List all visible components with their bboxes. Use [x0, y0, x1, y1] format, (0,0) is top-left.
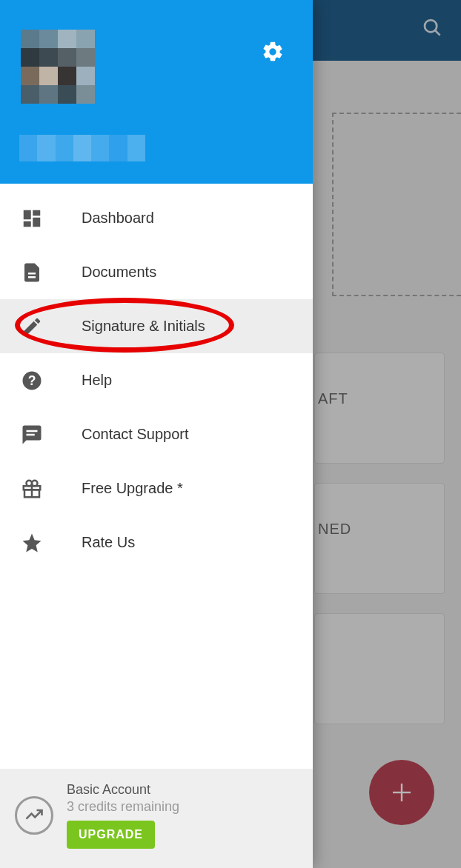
- account-type-label: Basic Account: [67, 782, 298, 798]
- nav-item-label: Contact Support: [82, 426, 189, 443]
- nav-item-label: Rate Us: [82, 534, 135, 551]
- pencil-icon: [21, 316, 82, 338]
- svg-rect-7: [24, 221, 31, 227]
- svg-rect-6: [33, 217, 40, 227]
- account-info: Basic Account 3 credits remaining UPGRAD…: [67, 782, 298, 849]
- dashboard-icon: [21, 207, 82, 230]
- nav-item-label: Help: [82, 372, 112, 389]
- settings-button[interactable]: [261, 40, 285, 64]
- svg-rect-9: [28, 276, 36, 278]
- svg-rect-4: [24, 210, 31, 219]
- nav-item-signature[interactable]: Signature & Initials: [0, 299, 313, 353]
- drawer-nav: Dashboard Documents Signature & Initials…: [0, 184, 313, 769]
- nav-item-label: Signature & Initials: [82, 318, 205, 335]
- nav-item-documents[interactable]: Documents: [0, 245, 313, 299]
- nav-item-contact[interactable]: Contact Support: [0, 407, 313, 461]
- chat-icon: [21, 424, 82, 446]
- gear-icon: [261, 40, 285, 64]
- nav-item-label: Documents: [82, 264, 156, 281]
- svg-text:?: ?: [28, 373, 36, 388]
- nav-item-label: Dashboard: [82, 210, 154, 227]
- nav-item-dashboard[interactable]: Dashboard: [0, 191, 313, 245]
- trend-icon: [15, 796, 53, 835]
- nav-item-rate[interactable]: Rate Us: [0, 515, 313, 570]
- drawer-footer: Basic Account 3 credits remaining UPGRAD…: [0, 769, 313, 868]
- nav-item-upgrade[interactable]: Free Upgrade *: [0, 461, 313, 515]
- credits-remaining-label: 3 credits remaining: [67, 799, 298, 815]
- nav-item-help[interactable]: ? Help: [0, 353, 313, 407]
- gift-icon: [21, 478, 82, 500]
- upgrade-button[interactable]: UPGRADE: [67, 821, 155, 849]
- star-icon: [21, 532, 82, 554]
- svg-point-17: [32, 480, 38, 486]
- svg-rect-5: [33, 210, 40, 216]
- drawer-header: [0, 0, 313, 184]
- svg-rect-13: [27, 433, 35, 435]
- username-redacted: [19, 135, 145, 161]
- navigation-drawer: Dashboard Documents Signature & Initials…: [0, 0, 313, 868]
- help-icon: ?: [21, 370, 82, 392]
- avatar[interactable]: [21, 30, 95, 104]
- svg-rect-8: [28, 273, 36, 275]
- svg-rect-12: [27, 430, 38, 432]
- document-icon: [21, 261, 82, 284]
- nav-item-label: Free Upgrade *: [82, 480, 183, 497]
